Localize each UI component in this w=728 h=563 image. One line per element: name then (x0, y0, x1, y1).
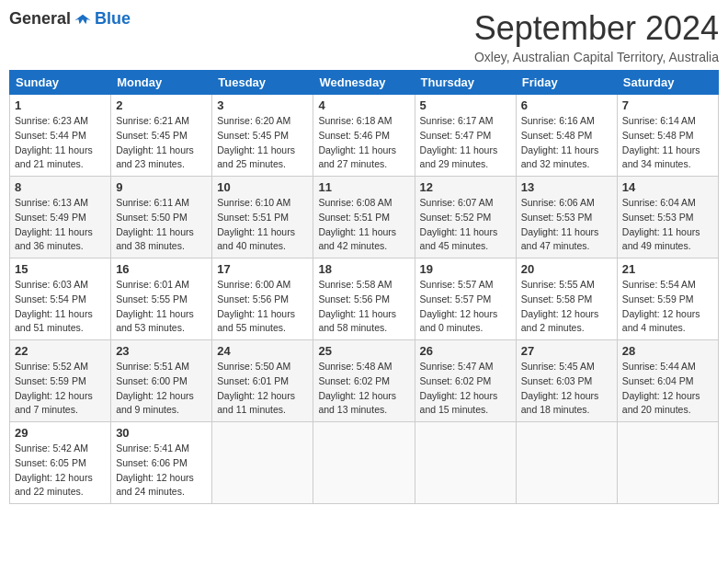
calendar-table: SundayMondayTuesdayWednesdayThursdayFrid… (9, 70, 719, 504)
day-info: Sunrise: 5:50 AMSunset: 6:01 PMDaylight:… (217, 360, 308, 418)
day-info: Sunrise: 5:48 AMSunset: 6:02 PMDaylight:… (318, 360, 409, 418)
day-info: Sunrise: 6:20 AMSunset: 5:45 PMDaylight:… (217, 114, 308, 172)
calendar-cell: 15 Sunrise: 6:03 AMSunset: 5:54 PMDaylig… (10, 259, 111, 340)
day-number: 19 (420, 262, 511, 276)
logo: General Blue (9, 9, 131, 29)
day-info: Sunrise: 6:16 AMSunset: 5:48 PMDaylight:… (521, 114, 612, 172)
day-number: 22 (15, 344, 106, 358)
day-info: Sunrise: 6:03 AMSunset: 5:54 PMDaylight:… (15, 278, 106, 336)
calendar-cell: 5 Sunrise: 6:17 AMSunset: 5:47 PMDayligh… (415, 95, 516, 177)
day-number: 14 (622, 180, 713, 194)
day-info: Sunrise: 6:01 AMSunset: 5:55 PMDaylight:… (116, 278, 207, 336)
day-number: 6 (521, 98, 612, 112)
day-number: 9 (116, 180, 207, 194)
calendar-week-1: 1 Sunrise: 6:23 AMSunset: 5:44 PMDayligh… (10, 95, 719, 177)
day-number: 27 (521, 344, 612, 358)
calendar-cell: 7 Sunrise: 6:14 AMSunset: 5:48 PMDayligh… (617, 95, 718, 177)
calendar-cell: 2 Sunrise: 6:21 AMSunset: 5:45 PMDayligh… (111, 95, 212, 177)
day-number: 2 (116, 98, 207, 112)
day-number: 23 (116, 344, 207, 358)
calendar-cell: 17 Sunrise: 6:00 AMSunset: 5:56 PMDaylig… (212, 259, 313, 340)
calendar-cell: 23 Sunrise: 5:51 AMSunset: 6:00 PMDaylig… (111, 340, 212, 422)
day-number: 11 (318, 180, 409, 194)
day-info: Sunrise: 6:13 AMSunset: 5:49 PMDaylight:… (15, 196, 106, 254)
calendar-cell: 26 Sunrise: 5:47 AMSunset: 6:02 PMDaylig… (415, 340, 516, 422)
calendar-cell: 1 Sunrise: 6:23 AMSunset: 5:44 PMDayligh… (10, 95, 111, 177)
calendar-cell (313, 422, 415, 504)
day-info: Sunrise: 5:58 AMSunset: 5:56 PMDaylight:… (318, 278, 409, 336)
calendar-cell (212, 422, 313, 504)
day-info: Sunrise: 6:06 AMSunset: 5:53 PMDaylight:… (521, 196, 612, 254)
title-block: September 2024 Oxley, Australian Capital… (474, 9, 719, 64)
calendar-week-2: 8 Sunrise: 6:13 AMSunset: 5:49 PMDayligh… (10, 177, 719, 259)
day-number: 18 (318, 262, 409, 276)
day-number: 5 (420, 98, 511, 112)
day-info: Sunrise: 5:51 AMSunset: 6:00 PMDaylight:… (116, 360, 207, 418)
day-number: 3 (217, 98, 308, 112)
calendar-cell: 24 Sunrise: 5:50 AMSunset: 6:01 PMDaylig… (212, 340, 313, 422)
calendar-cell: 30 Sunrise: 5:41 AMSunset: 6:06 PMDaylig… (111, 422, 212, 504)
day-number: 16 (116, 262, 207, 276)
calendar-cell: 6 Sunrise: 6:16 AMSunset: 5:48 PMDayligh… (516, 95, 617, 177)
day-info: Sunrise: 6:14 AMSunset: 5:48 PMDaylight:… (622, 114, 713, 172)
month-title: September 2024 (474, 9, 719, 48)
calendar-header-sunday: Sunday (10, 71, 111, 95)
day-number: 30 (116, 426, 207, 440)
day-info: Sunrise: 6:21 AMSunset: 5:45 PMDaylight:… (116, 114, 207, 172)
day-info: Sunrise: 5:57 AMSunset: 5:57 PMDaylight:… (420, 278, 511, 336)
calendar-cell: 19 Sunrise: 5:57 AMSunset: 5:57 PMDaylig… (415, 259, 516, 340)
day-number: 20 (521, 262, 612, 276)
day-info: Sunrise: 5:41 AMSunset: 6:06 PMDaylight:… (116, 442, 207, 500)
calendar-header-wednesday: Wednesday (313, 71, 415, 95)
day-info: Sunrise: 6:17 AMSunset: 5:47 PMDaylight:… (420, 114, 511, 172)
calendar-header-saturday: Saturday (617, 71, 718, 95)
day-info: Sunrise: 6:18 AMSunset: 5:46 PMDaylight:… (318, 114, 409, 172)
day-number: 21 (622, 262, 713, 276)
calendar-week-4: 22 Sunrise: 5:52 AMSunset: 5:59 PMDaylig… (10, 340, 719, 422)
day-info: Sunrise: 6:10 AMSunset: 5:51 PMDaylight:… (217, 196, 308, 254)
calendar-cell: 16 Sunrise: 6:01 AMSunset: 5:55 PMDaylig… (111, 259, 212, 340)
day-info: Sunrise: 5:54 AMSunset: 5:59 PMDaylight:… (622, 278, 713, 336)
calendar-week-5: 29 Sunrise: 5:42 AMSunset: 6:05 PMDaylig… (10, 422, 719, 504)
calendar-body: 1 Sunrise: 6:23 AMSunset: 5:44 PMDayligh… (10, 95, 719, 504)
calendar-cell: 3 Sunrise: 6:20 AMSunset: 5:45 PMDayligh… (212, 95, 313, 177)
calendar-cell: 27 Sunrise: 5:45 AMSunset: 6:03 PMDaylig… (516, 340, 617, 422)
day-info: Sunrise: 5:55 AMSunset: 5:58 PMDaylight:… (521, 278, 612, 336)
calendar-cell: 10 Sunrise: 6:10 AMSunset: 5:51 PMDaylig… (212, 177, 313, 259)
calendar-cell: 29 Sunrise: 5:42 AMSunset: 6:05 PMDaylig… (10, 422, 111, 504)
logo-general: General (9, 9, 71, 29)
calendar-cell: 25 Sunrise: 5:48 AMSunset: 6:02 PMDaylig… (313, 340, 415, 422)
logo-bird-icon (74, 10, 92, 29)
day-info: Sunrise: 5:47 AMSunset: 6:02 PMDaylight:… (420, 360, 511, 418)
day-number: 15 (15, 262, 106, 276)
day-info: Sunrise: 5:45 AMSunset: 6:03 PMDaylight:… (521, 360, 612, 418)
calendar-cell: 18 Sunrise: 5:58 AMSunset: 5:56 PMDaylig… (313, 259, 415, 340)
calendar-cell: 8 Sunrise: 6:13 AMSunset: 5:49 PMDayligh… (10, 177, 111, 259)
day-info: Sunrise: 5:42 AMSunset: 6:05 PMDaylight:… (15, 442, 106, 500)
day-number: 24 (217, 344, 308, 358)
day-number: 1 (15, 98, 106, 112)
day-number: 28 (622, 344, 713, 358)
day-number: 4 (318, 98, 409, 112)
day-info: Sunrise: 6:00 AMSunset: 5:56 PMDaylight:… (217, 278, 308, 336)
calendar-header-friday: Friday (516, 71, 617, 95)
day-number: 10 (217, 180, 308, 194)
calendar-cell: 14 Sunrise: 6:04 AMSunset: 5:53 PMDaylig… (617, 177, 718, 259)
calendar-header-thursday: Thursday (415, 71, 516, 95)
calendar-cell: 4 Sunrise: 6:18 AMSunset: 5:46 PMDayligh… (313, 95, 415, 177)
day-number: 29 (15, 426, 106, 440)
calendar-cell: 11 Sunrise: 6:08 AMSunset: 5:51 PMDaylig… (313, 177, 415, 259)
calendar-cell: 13 Sunrise: 6:06 AMSunset: 5:53 PMDaylig… (516, 177, 617, 259)
day-info: Sunrise: 5:52 AMSunset: 5:59 PMDaylight:… (15, 360, 106, 418)
day-number: 17 (217, 262, 308, 276)
calendar-cell (617, 422, 718, 504)
calendar-cell: 20 Sunrise: 5:55 AMSunset: 5:58 PMDaylig… (516, 259, 617, 340)
page-header: General Blue September 2024 Oxley, Austr… (9, 9, 719, 64)
location-subtitle: Oxley, Australian Capital Territory, Aus… (474, 50, 719, 64)
calendar-cell (415, 422, 516, 504)
svg-marker-0 (74, 14, 90, 24)
day-number: 8 (15, 180, 106, 194)
logo-blue: Blue (95, 9, 131, 29)
calendar-header-row: SundayMondayTuesdayWednesdayThursdayFrid… (10, 71, 719, 95)
day-info: Sunrise: 6:04 AMSunset: 5:53 PMDaylight:… (622, 196, 713, 254)
